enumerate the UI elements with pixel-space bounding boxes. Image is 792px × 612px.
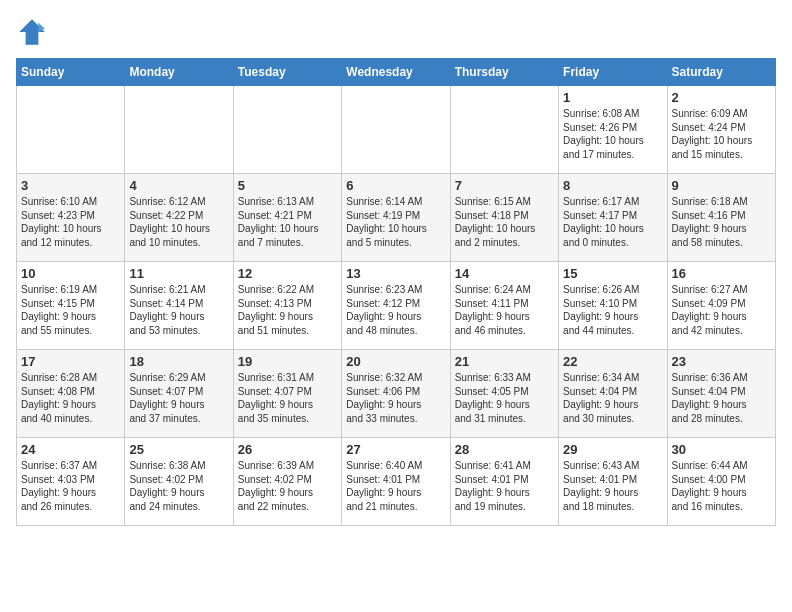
- header-day-wednesday: Wednesday: [342, 59, 450, 86]
- calendar-cell: 23Sunrise: 6:36 AM Sunset: 4:04 PM Dayli…: [667, 350, 775, 438]
- day-info: Sunrise: 6:17 AM Sunset: 4:17 PM Dayligh…: [563, 195, 662, 249]
- day-info: Sunrise: 6:29 AM Sunset: 4:07 PM Dayligh…: [129, 371, 228, 425]
- day-info: Sunrise: 6:33 AM Sunset: 4:05 PM Dayligh…: [455, 371, 554, 425]
- day-number: 7: [455, 178, 554, 193]
- calendar-cell: 4Sunrise: 6:12 AM Sunset: 4:22 PM Daylig…: [125, 174, 233, 262]
- day-number: 24: [21, 442, 120, 457]
- day-info: Sunrise: 6:34 AM Sunset: 4:04 PM Dayligh…: [563, 371, 662, 425]
- day-number: 11: [129, 266, 228, 281]
- calendar-cell: 14Sunrise: 6:24 AM Sunset: 4:11 PM Dayli…: [450, 262, 558, 350]
- header-row: SundayMondayTuesdayWednesdayThursdayFrid…: [17, 59, 776, 86]
- calendar-cell: 20Sunrise: 6:32 AM Sunset: 4:06 PM Dayli…: [342, 350, 450, 438]
- day-info: Sunrise: 6:10 AM Sunset: 4:23 PM Dayligh…: [21, 195, 120, 249]
- week-row-4: 17Sunrise: 6:28 AM Sunset: 4:08 PM Dayli…: [17, 350, 776, 438]
- header-day-thursday: Thursday: [450, 59, 558, 86]
- calendar-cell: 11Sunrise: 6:21 AM Sunset: 4:14 PM Dayli…: [125, 262, 233, 350]
- day-info: Sunrise: 6:26 AM Sunset: 4:10 PM Dayligh…: [563, 283, 662, 337]
- day-info: Sunrise: 6:12 AM Sunset: 4:22 PM Dayligh…: [129, 195, 228, 249]
- week-row-1: 1Sunrise: 6:08 AM Sunset: 4:26 PM Daylig…: [17, 86, 776, 174]
- day-info: Sunrise: 6:32 AM Sunset: 4:06 PM Dayligh…: [346, 371, 445, 425]
- week-row-2: 3Sunrise: 6:10 AM Sunset: 4:23 PM Daylig…: [17, 174, 776, 262]
- header-day-monday: Monday: [125, 59, 233, 86]
- day-info: Sunrise: 6:19 AM Sunset: 4:15 PM Dayligh…: [21, 283, 120, 337]
- calendar-cell: 7Sunrise: 6:15 AM Sunset: 4:18 PM Daylig…: [450, 174, 558, 262]
- calendar-cell: 29Sunrise: 6:43 AM Sunset: 4:01 PM Dayli…: [559, 438, 667, 526]
- day-info: Sunrise: 6:41 AM Sunset: 4:01 PM Dayligh…: [455, 459, 554, 513]
- day-info: Sunrise: 6:37 AM Sunset: 4:03 PM Dayligh…: [21, 459, 120, 513]
- day-number: 21: [455, 354, 554, 369]
- day-number: 3: [21, 178, 120, 193]
- calendar-cell: 9Sunrise: 6:18 AM Sunset: 4:16 PM Daylig…: [667, 174, 775, 262]
- day-info: Sunrise: 6:13 AM Sunset: 4:21 PM Dayligh…: [238, 195, 337, 249]
- day-number: 5: [238, 178, 337, 193]
- calendar-cell: 10Sunrise: 6:19 AM Sunset: 4:15 PM Dayli…: [17, 262, 125, 350]
- day-number: 20: [346, 354, 445, 369]
- day-number: 8: [563, 178, 662, 193]
- day-info: Sunrise: 6:40 AM Sunset: 4:01 PM Dayligh…: [346, 459, 445, 513]
- day-number: 23: [672, 354, 771, 369]
- day-info: Sunrise: 6:14 AM Sunset: 4:19 PM Dayligh…: [346, 195, 445, 249]
- day-info: Sunrise: 6:36 AM Sunset: 4:04 PM Dayligh…: [672, 371, 771, 425]
- calendar-cell: [450, 86, 558, 174]
- calendar-cell: 25Sunrise: 6:38 AM Sunset: 4:02 PM Dayli…: [125, 438, 233, 526]
- calendar-cell: 3Sunrise: 6:10 AM Sunset: 4:23 PM Daylig…: [17, 174, 125, 262]
- logo-icon: [16, 16, 48, 48]
- calendar-cell: 5Sunrise: 6:13 AM Sunset: 4:21 PM Daylig…: [233, 174, 341, 262]
- page-header: [16, 16, 776, 48]
- calendar-cell: 24Sunrise: 6:37 AM Sunset: 4:03 PM Dayli…: [17, 438, 125, 526]
- header-day-sunday: Sunday: [17, 59, 125, 86]
- day-number: 15: [563, 266, 662, 281]
- calendar-cell: 2Sunrise: 6:09 AM Sunset: 4:24 PM Daylig…: [667, 86, 775, 174]
- calendar-cell: [233, 86, 341, 174]
- day-number: 25: [129, 442, 228, 457]
- day-info: Sunrise: 6:43 AM Sunset: 4:01 PM Dayligh…: [563, 459, 662, 513]
- day-info: Sunrise: 6:38 AM Sunset: 4:02 PM Dayligh…: [129, 459, 228, 513]
- day-number: 1: [563, 90, 662, 105]
- calendar-cell: 27Sunrise: 6:40 AM Sunset: 4:01 PM Dayli…: [342, 438, 450, 526]
- calendar-cell: 17Sunrise: 6:28 AM Sunset: 4:08 PM Dayli…: [17, 350, 125, 438]
- calendar-cell: [17, 86, 125, 174]
- calendar-cell: 1Sunrise: 6:08 AM Sunset: 4:26 PM Daylig…: [559, 86, 667, 174]
- day-number: 28: [455, 442, 554, 457]
- calendar-cell: 6Sunrise: 6:14 AM Sunset: 4:19 PM Daylig…: [342, 174, 450, 262]
- day-number: 13: [346, 266, 445, 281]
- day-number: 4: [129, 178, 228, 193]
- day-info: Sunrise: 6:23 AM Sunset: 4:12 PM Dayligh…: [346, 283, 445, 337]
- day-info: Sunrise: 6:27 AM Sunset: 4:09 PM Dayligh…: [672, 283, 771, 337]
- calendar-cell: 19Sunrise: 6:31 AM Sunset: 4:07 PM Dayli…: [233, 350, 341, 438]
- calendar-cell: 18Sunrise: 6:29 AM Sunset: 4:07 PM Dayli…: [125, 350, 233, 438]
- day-info: Sunrise: 6:24 AM Sunset: 4:11 PM Dayligh…: [455, 283, 554, 337]
- day-info: Sunrise: 6:39 AM Sunset: 4:02 PM Dayligh…: [238, 459, 337, 513]
- calendar-cell: 22Sunrise: 6:34 AM Sunset: 4:04 PM Dayli…: [559, 350, 667, 438]
- calendar-cell: 26Sunrise: 6:39 AM Sunset: 4:02 PM Dayli…: [233, 438, 341, 526]
- calendar-cell: 21Sunrise: 6:33 AM Sunset: 4:05 PM Dayli…: [450, 350, 558, 438]
- day-number: 2: [672, 90, 771, 105]
- day-info: Sunrise: 6:21 AM Sunset: 4:14 PM Dayligh…: [129, 283, 228, 337]
- header-day-tuesday: Tuesday: [233, 59, 341, 86]
- day-info: Sunrise: 6:08 AM Sunset: 4:26 PM Dayligh…: [563, 107, 662, 161]
- day-number: 27: [346, 442, 445, 457]
- day-number: 12: [238, 266, 337, 281]
- week-row-3: 10Sunrise: 6:19 AM Sunset: 4:15 PM Dayli…: [17, 262, 776, 350]
- calendar-header: SundayMondayTuesdayWednesdayThursdayFrid…: [17, 59, 776, 86]
- svg-marker-0: [19, 19, 45, 45]
- calendar-cell: 28Sunrise: 6:41 AM Sunset: 4:01 PM Dayli…: [450, 438, 558, 526]
- logo: [16, 16, 52, 48]
- day-info: Sunrise: 6:09 AM Sunset: 4:24 PM Dayligh…: [672, 107, 771, 161]
- calendar-cell: 30Sunrise: 6:44 AM Sunset: 4:00 PM Dayli…: [667, 438, 775, 526]
- day-info: Sunrise: 6:22 AM Sunset: 4:13 PM Dayligh…: [238, 283, 337, 337]
- day-number: 22: [563, 354, 662, 369]
- calendar-cell: 16Sunrise: 6:27 AM Sunset: 4:09 PM Dayli…: [667, 262, 775, 350]
- day-number: 16: [672, 266, 771, 281]
- calendar-cell: 15Sunrise: 6:26 AM Sunset: 4:10 PM Dayli…: [559, 262, 667, 350]
- day-number: 6: [346, 178, 445, 193]
- day-number: 26: [238, 442, 337, 457]
- day-number: 19: [238, 354, 337, 369]
- calendar-cell: [125, 86, 233, 174]
- header-day-friday: Friday: [559, 59, 667, 86]
- day-number: 14: [455, 266, 554, 281]
- day-info: Sunrise: 6:15 AM Sunset: 4:18 PM Dayligh…: [455, 195, 554, 249]
- calendar-table: SundayMondayTuesdayWednesdayThursdayFrid…: [16, 58, 776, 526]
- day-info: Sunrise: 6:28 AM Sunset: 4:08 PM Dayligh…: [21, 371, 120, 425]
- day-number: 9: [672, 178, 771, 193]
